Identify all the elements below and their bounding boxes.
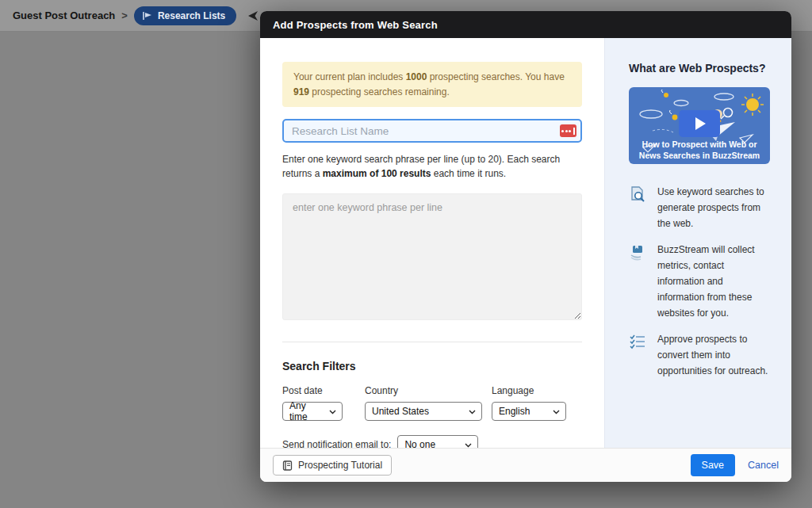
bullet-text: BuzzStream will collect metrics, contact… — [657, 243, 770, 321]
book-icon — [282, 460, 293, 471]
bullet-text: Approve prospects to convert them into o… — [657, 332, 770, 379]
video-caption: How to Prospect with Web or News Searche… — [629, 139, 770, 161]
prospecting-tutorial-button[interactable]: Prospecting Tutorial — [273, 455, 392, 476]
list-item: Use keyword searches to generate prospec… — [629, 185, 770, 231]
play-button[interactable] — [679, 110, 720, 137]
sidebar-heading: What are Web Prospects? — [629, 62, 770, 74]
password-manager-extension-icon[interactable] — [560, 124, 576, 137]
notice-text: prospecting searches. You have — [427, 71, 564, 82]
post-date-label: Post date — [282, 385, 343, 396]
collect-metrics-icon — [629, 243, 646, 321]
modal-footer: Prospecting Tutorial Save Cancel — [260, 448, 791, 482]
send-icon — [247, 10, 259, 21]
modal-title: Add Prospects from Web Search — [260, 11, 791, 38]
tab-research-lists[interactable]: Research Lists — [134, 6, 236, 25]
tutorial-video-thumbnail[interactable]: How to Prospect with Web or News Searche… — [629, 87, 770, 164]
info-sidebar: What are Web Prospects? — [604, 38, 791, 448]
post-date-value: Any time — [289, 400, 323, 422]
language-value: English — [499, 406, 530, 417]
checklist-icon — [629, 332, 646, 379]
country-select[interactable]: United States — [365, 402, 482, 421]
modal-body: Your current plan includes 1000 prospect… — [260, 38, 791, 448]
language-label: Language — [492, 385, 566, 396]
save-button[interactable]: Save — [691, 454, 736, 476]
chevron-down-icon — [329, 406, 336, 417]
notice-text: prospecting searches remaining. — [309, 86, 450, 97]
flag-icon — [142, 11, 153, 21]
chevron-down-icon — [553, 406, 560, 417]
filters-row: Post date Any time Country United States… — [282, 385, 582, 421]
plan-usage-notice: Your current plan includes 1000 prospect… — [282, 62, 582, 107]
keyword-phrases-textarea[interactable] — [282, 193, 582, 320]
add-prospects-modal: Add Prospects from Web Search Your curre… — [260, 11, 791, 482]
list-item: BuzzStream will collect metrics, contact… — [629, 243, 770, 321]
research-list-name-input[interactable] — [282, 119, 582, 143]
search-filters-heading: Search Filters — [282, 360, 582, 372]
breadcrumb-root[interactable]: Guest Post Outreach — [13, 10, 115, 21]
list-name-field-wrap — [282, 119, 582, 143]
section-divider — [282, 342, 582, 342]
prospecting-tutorial-label: Prospecting Tutorial — [298, 460, 382, 471]
tab-research-lists-label: Research Lists — [158, 10, 225, 21]
language-select[interactable]: English — [492, 402, 566, 421]
list-item: Approve prospects to convert them into o… — [629, 332, 770, 379]
document-search-icon — [629, 185, 646, 231]
keyword-helper-text: Enter one keyword search phrase per line… — [282, 152, 582, 181]
post-date-select[interactable]: Any time — [282, 402, 343, 421]
bullet-text: Use keyword searches to generate prospec… — [657, 185, 770, 231]
footer-actions: Save Cancel — [691, 454, 779, 476]
cancel-button[interactable]: Cancel — [748, 460, 779, 471]
prospect-form: Your current plan includes 1000 prospect… — [260, 38, 604, 448]
notice-plan-total: 1000 — [406, 71, 427, 82]
country-label: Country — [365, 385, 482, 396]
breadcrumb-separator: > — [121, 10, 128, 21]
notice-text: Your current plan includes — [293, 71, 406, 82]
chevron-down-icon — [469, 406, 476, 417]
country-value: United States — [372, 406, 429, 417]
notice-remaining-count: 919 — [293, 86, 309, 97]
